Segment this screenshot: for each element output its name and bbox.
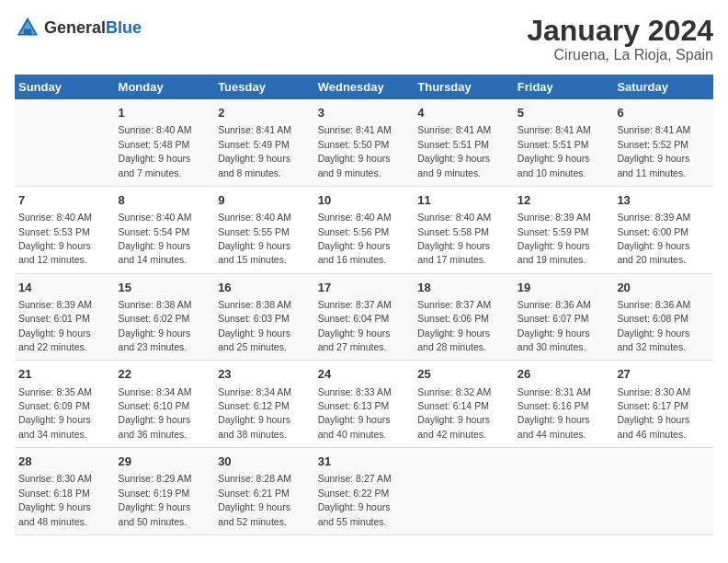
day-info: Sunrise: 8:36 AM Sunset: 6:08 PM Dayligh… <box>617 299 690 352</box>
weekday-header-wednesday: Wednesday <box>314 75 415 99</box>
day-number: 24 <box>318 366 411 383</box>
logo: GeneralBlue <box>15 15 142 40</box>
day-info: Sunrise: 8:30 AM Sunset: 6:17 PM Dayligh… <box>617 386 690 440</box>
day-number: 17 <box>318 280 411 296</box>
calendar-cell: 11Sunrise: 8:40 AM Sunset: 5:58 PM Dayli… <box>414 186 514 273</box>
day-number: 7 <box>18 192 111 209</box>
calendar-cell: 15Sunrise: 8:38 AM Sunset: 6:02 PM Dayli… <box>115 273 215 361</box>
day-number: 14 <box>18 280 111 296</box>
calendar-week-row: 7Sunrise: 8:40 AM Sunset: 5:53 PM Daylig… <box>15 186 713 273</box>
day-info: Sunrise: 8:39 AM Sunset: 6:00 PM Dayligh… <box>617 212 690 265</box>
weekday-header-friday: Friday <box>514 75 614 99</box>
logo-icon <box>15 15 40 40</box>
day-info: Sunrise: 8:40 AM Sunset: 5:53 PM Dayligh… <box>18 212 92 265</box>
calendar-cell <box>613 448 713 535</box>
calendar-cell: 6Sunrise: 8:41 AM Sunset: 5:52 PM Daylig… <box>613 99 713 186</box>
day-info: Sunrise: 8:38 AM Sunset: 6:03 PM Dayligh… <box>218 299 291 352</box>
calendar-cell: 29Sunrise: 8:29 AM Sunset: 6:19 PM Dayli… <box>115 448 215 535</box>
day-number: 3 <box>318 105 411 121</box>
calendar-week-row: 1Sunrise: 8:40 AM Sunset: 5:48 PM Daylig… <box>15 99 713 186</box>
calendar-cell <box>414 448 514 535</box>
day-info: Sunrise: 8:40 AM Sunset: 5:55 PM Dayligh… <box>218 212 291 265</box>
day-info: Sunrise: 8:39 AM Sunset: 6:01 PM Dayligh… <box>18 299 92 352</box>
calendar-cell: 21Sunrise: 8:35 AM Sunset: 6:09 PM Dayli… <box>15 361 115 448</box>
day-number: 10 <box>318 192 411 209</box>
day-number: 5 <box>518 105 610 121</box>
day-number: 16 <box>218 280 311 296</box>
day-number: 22 <box>119 366 211 383</box>
calendar-cell: 5Sunrise: 8:41 AM Sunset: 5:51 PM Daylig… <box>514 99 614 186</box>
day-info: Sunrise: 8:37 AM Sunset: 6:04 PM Dayligh… <box>318 299 392 352</box>
calendar-cell: 16Sunrise: 8:38 AM Sunset: 6:03 PM Dayli… <box>214 273 314 361</box>
day-info: Sunrise: 8:37 AM Sunset: 6:06 PM Dayligh… <box>417 299 491 352</box>
calendar-cell: 18Sunrise: 8:37 AM Sunset: 6:06 PM Dayli… <box>414 273 514 361</box>
day-number: 4 <box>417 105 510 121</box>
calendar-week-row: 14Sunrise: 8:39 AM Sunset: 6:01 PM Dayli… <box>15 273 713 361</box>
calendar-cell: 1Sunrise: 8:40 AM Sunset: 5:48 PM Daylig… <box>115 99 215 186</box>
day-info: Sunrise: 8:34 AM Sunset: 6:12 PM Dayligh… <box>218 386 291 440</box>
day-number: 19 <box>518 280 610 296</box>
weekday-header-tuesday: Tuesday <box>214 75 314 99</box>
calendar-table: SundayMondayTuesdayWednesdayThursdayFrid… <box>15 75 713 535</box>
day-number: 26 <box>518 366 610 383</box>
day-info: Sunrise: 8:40 AM Sunset: 5:58 PM Dayligh… <box>417 212 491 265</box>
day-info: Sunrise: 8:40 AM Sunset: 5:56 PM Dayligh… <box>318 212 392 265</box>
day-info: Sunrise: 8:40 AM Sunset: 5:54 PM Dayligh… <box>119 212 192 265</box>
day-info: Sunrise: 8:40 AM Sunset: 5:48 PM Dayligh… <box>119 124 192 178</box>
day-info: Sunrise: 8:41 AM Sunset: 5:49 PM Dayligh… <box>218 124 291 178</box>
weekday-header-monday: Monday <box>115 75 215 99</box>
calendar-cell: 22Sunrise: 8:34 AM Sunset: 6:10 PM Dayli… <box>115 361 215 448</box>
calendar-cell <box>514 448 614 535</box>
day-info: Sunrise: 8:41 AM Sunset: 5:51 PM Dayligh… <box>417 124 491 178</box>
day-number: 9 <box>218 192 311 209</box>
calendar-cell: 4Sunrise: 8:41 AM Sunset: 5:51 PM Daylig… <box>414 99 514 186</box>
day-number: 21 <box>18 366 111 383</box>
day-number: 15 <box>119 280 211 296</box>
calendar-cell: 25Sunrise: 8:32 AM Sunset: 6:14 PM Dayli… <box>414 361 514 448</box>
calendar-cell: 3Sunrise: 8:41 AM Sunset: 5:50 PM Daylig… <box>314 99 415 186</box>
day-info: Sunrise: 8:28 AM Sunset: 6:21 PM Dayligh… <box>218 473 291 526</box>
day-info: Sunrise: 8:34 AM Sunset: 6:10 PM Dayligh… <box>119 386 192 440</box>
calendar-cell: 23Sunrise: 8:34 AM Sunset: 6:12 PM Dayli… <box>214 361 314 448</box>
day-info: Sunrise: 8:29 AM Sunset: 6:19 PM Dayligh… <box>119 473 192 526</box>
calendar-cell: 31Sunrise: 8:27 AM Sunset: 6:22 PM Dayli… <box>314 448 415 535</box>
day-number: 29 <box>119 454 211 470</box>
day-number: 20 <box>617 280 710 296</box>
day-number: 25 <box>417 366 510 383</box>
day-number: 18 <box>417 280 510 296</box>
day-number: 11 <box>417 192 510 209</box>
svg-rect-2 <box>24 29 31 34</box>
day-number: 6 <box>617 105 710 121</box>
day-number: 23 <box>218 366 311 383</box>
subtitle: Ciruena, La Rioja, Spain <box>527 47 713 63</box>
day-info: Sunrise: 8:39 AM Sunset: 5:59 PM Dayligh… <box>518 212 591 265</box>
day-number: 2 <box>218 105 311 121</box>
day-info: Sunrise: 8:32 AM Sunset: 6:14 PM Dayligh… <box>417 386 491 440</box>
weekday-header-saturday: Saturday <box>613 75 713 99</box>
day-info: Sunrise: 8:35 AM Sunset: 6:09 PM Dayligh… <box>18 386 92 440</box>
calendar-cell: 14Sunrise: 8:39 AM Sunset: 6:01 PM Dayli… <box>15 273 115 361</box>
day-info: Sunrise: 8:41 AM Sunset: 5:50 PM Dayligh… <box>318 124 392 178</box>
calendar-week-row: 28Sunrise: 8:30 AM Sunset: 6:18 PM Dayli… <box>15 448 713 535</box>
day-info: Sunrise: 8:36 AM Sunset: 6:07 PM Dayligh… <box>518 299 591 352</box>
day-number: 30 <box>218 454 311 470</box>
day-info: Sunrise: 8:31 AM Sunset: 6:16 PM Dayligh… <box>518 386 591 440</box>
calendar-cell: 9Sunrise: 8:40 AM Sunset: 5:55 PM Daylig… <box>214 186 314 273</box>
day-info: Sunrise: 8:38 AM Sunset: 6:02 PM Dayligh… <box>119 299 192 352</box>
weekday-header-sunday: Sunday <box>15 75 115 99</box>
calendar-cell <box>15 99 115 186</box>
calendar-cell: 8Sunrise: 8:40 AM Sunset: 5:54 PM Daylig… <box>115 186 215 273</box>
calendar-cell: 26Sunrise: 8:31 AM Sunset: 6:16 PM Dayli… <box>514 361 614 448</box>
weekday-header-row: SundayMondayTuesdayWednesdayThursdayFrid… <box>15 75 713 99</box>
page-header: GeneralBlue January 2024 Ciruena, La Rio… <box>15 15 713 63</box>
day-info: Sunrise: 8:41 AM Sunset: 5:52 PM Dayligh… <box>617 124 690 178</box>
weekday-header-thursday: Thursday <box>414 75 514 99</box>
calendar-cell: 17Sunrise: 8:37 AM Sunset: 6:04 PM Dayli… <box>314 273 415 361</box>
calendar-cell: 20Sunrise: 8:36 AM Sunset: 6:08 PM Dayli… <box>613 273 713 361</box>
day-info: Sunrise: 8:27 AM Sunset: 6:22 PM Dayligh… <box>318 473 392 526</box>
calendar-cell: 19Sunrise: 8:36 AM Sunset: 6:07 PM Dayli… <box>514 273 614 361</box>
day-number: 31 <box>318 454 411 470</box>
calendar-cell: 10Sunrise: 8:40 AM Sunset: 5:56 PM Dayli… <box>314 186 415 273</box>
day-info: Sunrise: 8:33 AM Sunset: 6:13 PM Dayligh… <box>318 386 392 440</box>
day-info: Sunrise: 8:30 AM Sunset: 6:18 PM Dayligh… <box>18 473 92 526</box>
